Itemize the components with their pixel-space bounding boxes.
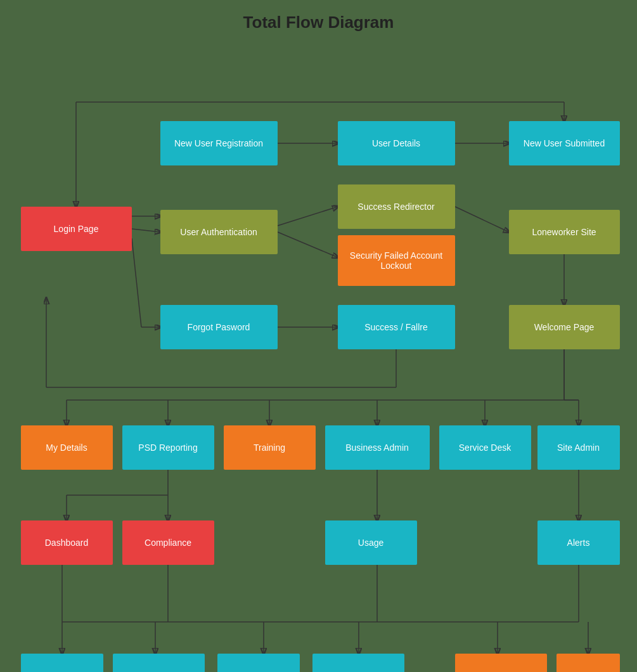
box-my-details: My Details xyxy=(21,425,113,470)
box-site-admin: Site Admin xyxy=(537,425,620,470)
box-service-desk: Service Desk xyxy=(439,425,531,470)
box-forgot-pw: Forgot Pasword xyxy=(160,305,278,349)
diagram-title: Total Flow Diagram xyxy=(13,13,624,32)
box-league-table: League Table xyxy=(557,654,620,672)
box-training: Training xyxy=(224,425,316,470)
box-events: Events xyxy=(217,654,300,672)
box-usage: Usage xyxy=(325,520,417,565)
svg-line-4 xyxy=(132,229,160,232)
svg-line-11 xyxy=(455,207,509,232)
svg-line-9 xyxy=(278,207,338,226)
box-device: Device xyxy=(21,654,103,672)
box-user-details: User Details xyxy=(338,121,455,165)
box-compliance: Compliance xyxy=(122,520,214,565)
box-alerts: Alerts xyxy=(537,520,620,565)
box-success-redirect: Success Redirector xyxy=(338,184,455,229)
box-security-fail: Security Failed Account Lockout xyxy=(338,235,455,286)
box-new-user-sub: New User Submitted xyxy=(509,121,620,165)
box-success-fail: Success / Fallre xyxy=(338,305,455,349)
box-psd-reporting: PSD Reporting xyxy=(122,425,214,470)
box-area-managers: Area Managers xyxy=(455,654,547,672)
svg-line-10 xyxy=(278,232,338,257)
box-login: Login Page xyxy=(21,207,132,251)
box-status-chek: Status Chek xyxy=(312,654,404,672)
box-welcome: Welcome Page xyxy=(509,305,620,349)
box-loneworker: Loneworker Site xyxy=(509,210,620,254)
box-store-summary: Store Summary xyxy=(113,654,205,672)
box-user-auth: User Authentication xyxy=(160,210,278,254)
svg-line-5 xyxy=(132,238,141,327)
box-new-user-reg: New User Registration xyxy=(160,121,278,165)
box-business-admin: Business Admin xyxy=(325,425,430,470)
box-dashboard: Dashboard xyxy=(21,520,113,565)
